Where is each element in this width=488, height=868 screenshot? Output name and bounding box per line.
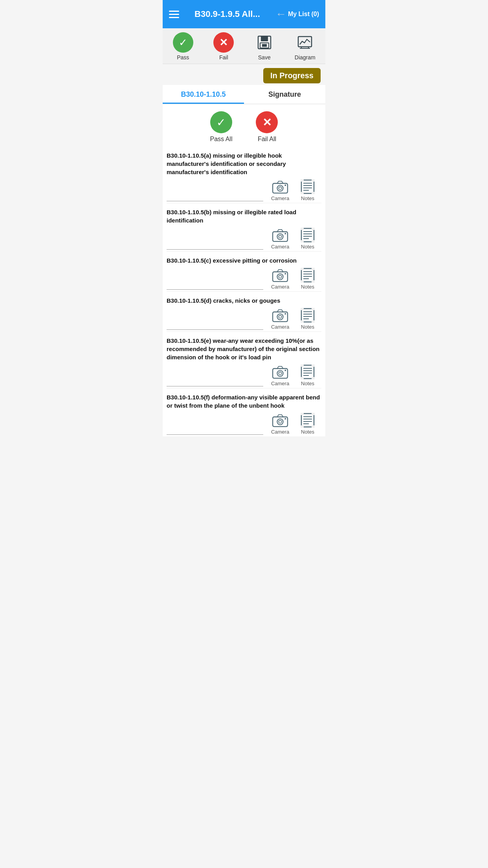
svg-point-49	[277, 314, 283, 320]
svg-rect-20	[301, 192, 304, 194]
svg-rect-59	[301, 320, 304, 323]
item-d-notes-button[interactable]: Notes	[294, 308, 321, 330]
svg-point-25	[284, 233, 286, 234]
item-d-camera-button[interactable]: Camera	[266, 309, 294, 330]
svg-point-75	[277, 419, 283, 425]
svg-rect-71	[312, 364, 315, 367]
item-a-notes-label: Notes	[301, 195, 314, 201]
item-e-camera-button[interactable]: Camera	[266, 365, 294, 386]
svg-rect-83	[301, 413, 304, 415]
fail-all-label: Fail All	[258, 136, 276, 143]
fail-all-x: ✕	[262, 116, 272, 129]
item-d-notes-label: Notes	[301, 324, 314, 330]
item-c-notes-button[interactable]: Notes	[294, 268, 321, 290]
svg-point-63	[279, 372, 282, 375]
item-b-controls: Camera Notes	[167, 228, 321, 250]
svg-point-77	[284, 418, 286, 419]
svg-point-37	[279, 275, 282, 278]
svg-rect-52	[301, 309, 314, 322]
svg-rect-34	[312, 240, 315, 243]
item-a-controls: Camera Notes	[167, 179, 321, 201]
item-e-controls: Camera Notes	[167, 364, 321, 386]
menu-button[interactable]	[169, 11, 179, 18]
x-icon: ✕	[219, 37, 228, 49]
pass-all-button[interactable]: ✓ Pass All	[210, 111, 233, 143]
svg-rect-45	[312, 268, 315, 270]
item-b-input[interactable]	[167, 239, 263, 250]
item-e-camera-label: Camera	[271, 381, 289, 386]
item-f-notes-button[interactable]: Notes	[294, 413, 321, 435]
item-f-camera-button[interactable]: Camera	[266, 414, 294, 435]
item-a-description: B30.10-1.10.5(a) missing or illegible ho…	[167, 151, 321, 176]
fail-button[interactable]: ✕ Fail	[208, 32, 239, 61]
item-e-notes-button[interactable]: Notes	[294, 364, 321, 386]
svg-rect-70	[301, 364, 304, 367]
svg-rect-86	[312, 425, 315, 428]
inspection-item-f: B30.10-1.10.5(f) deformation-any visible…	[167, 388, 321, 436]
svg-rect-1	[261, 36, 268, 41]
header-title: B30.9-1.9.5 All...	[179, 9, 275, 19]
inspection-item-b: B30.10-1.10.5(b) missing or illegible ra…	[167, 203, 321, 252]
item-b-notes-button[interactable]: Notes	[294, 228, 321, 250]
item-f-description: B30.10-1.10.5(f) deformation-any visible…	[167, 393, 321, 410]
checkmark-icon: ✓	[179, 37, 187, 49]
inspection-item-d: B30.10-1.10.5(d) cracks, nicks or gouges…	[167, 292, 321, 332]
item-b-camera-button[interactable]: Camera	[266, 228, 294, 250]
tabs: B30.10-1.10.5 Signature	[163, 85, 325, 104]
svg-rect-72	[301, 377, 304, 379]
item-e-input[interactable]	[167, 376, 263, 386]
svg-rect-46	[301, 280, 304, 283]
item-d-input[interactable]	[167, 320, 263, 330]
svg-rect-13	[301, 180, 314, 193]
pass-fail-row: ✓ Pass All ✕ Fail All	[163, 104, 325, 147]
fail-label: Fail	[219, 54, 228, 61]
item-c-input[interactable]	[167, 280, 263, 290]
pass-all-icon: ✓	[210, 111, 232, 133]
item-d-description: B30.10-1.10.5(d) cracks, nicks or gouges	[167, 296, 321, 305]
svg-rect-31	[301, 228, 304, 230]
item-e-notes-label: Notes	[301, 381, 314, 386]
svg-rect-85	[301, 425, 304, 428]
svg-rect-44	[301, 268, 304, 270]
item-c-camera-button[interactable]: Camera	[266, 268, 294, 290]
item-c-notes-label: Notes	[301, 284, 314, 290]
fail-all-button[interactable]: ✕ Fail All	[256, 111, 278, 143]
svg-point-50	[279, 315, 282, 318]
svg-rect-3	[262, 44, 267, 47]
pass-button[interactable]: ✓ Pass	[167, 32, 199, 61]
inspection-list: B30.10-1.10.5(a) missing or illegible ho…	[163, 147, 325, 436]
svg-rect-47	[312, 280, 315, 283]
diagram-button[interactable]: Diagram	[289, 32, 321, 61]
save-button[interactable]: Save	[249, 32, 280, 61]
tab-signature[interactable]: Signature	[244, 85, 325, 104]
item-b-notes-label: Notes	[301, 244, 314, 250]
save-icon	[254, 32, 275, 53]
back-button[interactable]: ←	[275, 8, 286, 20]
mylist-button[interactable]: My List (0)	[288, 11, 319, 18]
diagram-label: Diagram	[295, 54, 316, 61]
item-e-description: B30.10-1.10.5(e) wear-any wear exceeding…	[167, 337, 321, 361]
save-label: Save	[258, 54, 271, 61]
item-a-input[interactable]	[167, 191, 263, 201]
svg-rect-73	[312, 377, 315, 379]
svg-rect-33	[301, 240, 304, 243]
item-a-camera-button[interactable]: Camera	[266, 180, 294, 201]
svg-point-36	[277, 274, 283, 280]
svg-point-76	[279, 420, 282, 423]
item-c-description: B30.10-1.10.5(c) excessive pitting or co…	[167, 256, 321, 265]
svg-rect-21	[312, 192, 315, 194]
svg-point-62	[277, 370, 283, 376]
pass-all-checkmark: ✓	[216, 116, 226, 129]
item-f-input[interactable]	[167, 425, 263, 435]
svg-point-10	[277, 185, 283, 191]
svg-rect-18	[301, 179, 304, 182]
header: B30.9-1.9.5 All... ← My List (0)	[163, 0, 325, 28]
item-a-notes-button[interactable]: Notes	[294, 179, 321, 201]
tab-b30[interactable]: B30.10-1.10.5	[163, 85, 244, 104]
item-c-controls: Camera Notes	[167, 268, 321, 290]
item-f-controls: Camera Notes	[167, 413, 321, 435]
svg-point-64	[284, 370, 286, 371]
svg-point-12	[284, 184, 286, 186]
item-a-camera-label: Camera	[271, 195, 289, 201]
inspection-item-a: B30.10-1.10.5(a) missing or illegible ho…	[167, 147, 321, 203]
